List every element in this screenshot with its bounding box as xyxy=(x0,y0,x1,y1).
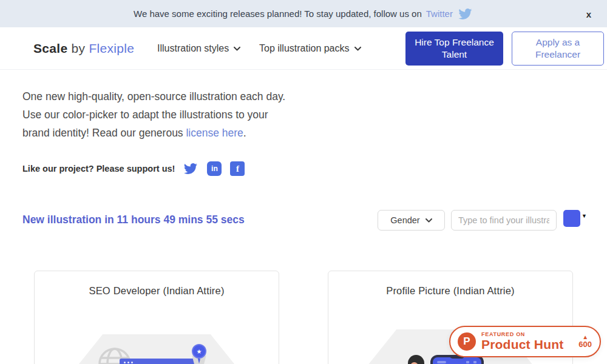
star-badge-icon: ★ xyxy=(192,344,206,359)
intro-line-3-period: . xyxy=(243,127,246,139)
upvote-block[interactable]: ▲ 600 xyxy=(578,334,592,349)
license-link[interactable]: license here xyxy=(186,127,243,139)
illustration-card-seo-developer[interactable]: SEO Developer (Indian Attire) ★ xyxy=(34,271,279,364)
twitter-link[interactable]: Twitter xyxy=(426,8,453,19)
twitter-icon xyxy=(457,7,473,21)
nav-illustration-styles[interactable]: Illustration styles xyxy=(157,27,240,70)
logo[interactable]: Scale by Flexiple xyxy=(33,41,134,56)
product-hunt-name: Product Hunt xyxy=(481,338,563,351)
chevron-down-icon xyxy=(426,218,432,223)
chevron-down-icon xyxy=(354,47,361,51)
countdown-value: 11 hours 49 mins 55 secs xyxy=(117,214,245,226)
twitter-icon[interactable] xyxy=(183,162,198,175)
social-icons: in f xyxy=(183,161,245,176)
facebook-icon[interactable]: f xyxy=(230,161,245,176)
browser-dots-icon xyxy=(124,362,133,363)
logo-scale: Scale xyxy=(33,41,67,55)
chevron-down-icon xyxy=(234,47,240,51)
logo-flexiple: Flexiple xyxy=(89,41,134,55)
color-picker-swatch[interactable] xyxy=(563,210,580,227)
upvote-count: 600 xyxy=(578,340,592,349)
hire-talent-button[interactable]: Hire Top Freelance Talent xyxy=(405,32,503,66)
intro-line-3-text: brand identity! Read our generous xyxy=(22,127,186,139)
card-title: SEO Developer (Indian Attire) xyxy=(35,285,279,297)
search-input[interactable] xyxy=(451,210,557,231)
announcement-banner: We have some exciting releases planned! … xyxy=(0,0,607,27)
site-header: Scale by Flexiple Illustration styles To… xyxy=(0,27,607,70)
nav-top-illustration-packs[interactable]: Top illustration packs xyxy=(259,27,361,70)
intro-paragraph: One new high-quality, open-source illust… xyxy=(22,87,285,142)
product-hunt-text: FEATURED ON Product Hunt xyxy=(481,332,563,351)
browser-bar-illustration xyxy=(120,359,201,364)
support-label: Like our project? Please support us! xyxy=(22,164,175,174)
intro-line-1: One new high-quality, open-source illust… xyxy=(22,87,285,106)
countdown-timer: New illustration in 11 hours 49 mins 55 … xyxy=(22,214,245,226)
color-picker-caret-icon[interactable]: ▼ xyxy=(582,213,587,219)
intro-line-2: Use our color-picker to adapt the illust… xyxy=(22,106,285,124)
intro-line-3: brand identity! Read our generous licens… xyxy=(22,124,285,142)
gender-dropdown[interactable]: Gender xyxy=(378,210,445,231)
apply-freelancer-button[interactable]: Apply as a Freelancer xyxy=(512,32,604,66)
card-title: Profile Picture (Indian Attrie) xyxy=(328,285,572,297)
banner-message: We have some exciting releases planned! … xyxy=(134,8,422,19)
linkedin-icon[interactable]: in xyxy=(207,161,222,176)
product-hunt-logo-icon: P xyxy=(458,332,476,351)
gender-label: Gender xyxy=(390,215,419,225)
logo-by: by xyxy=(72,41,86,55)
product-hunt-badge[interactable]: P FEATURED ON Product Hunt ▲ 600 xyxy=(449,326,601,357)
nav-label: Top illustration packs xyxy=(259,43,350,54)
support-row: Like our project? Please support us! in … xyxy=(22,161,245,177)
nav-label: Illustration styles xyxy=(157,43,229,54)
countdown-label: New illustration in xyxy=(22,214,114,226)
close-icon[interactable]: x xyxy=(586,8,591,19)
